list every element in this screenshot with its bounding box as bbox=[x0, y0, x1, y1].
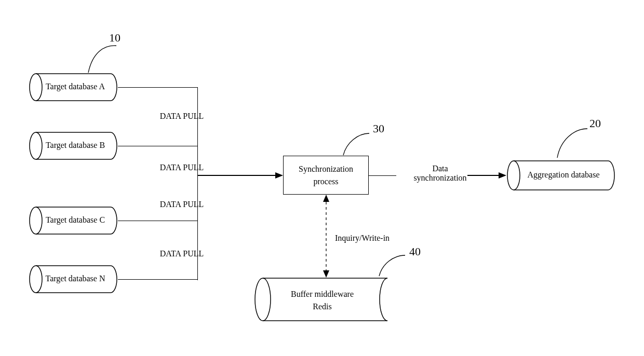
target-db-a bbox=[29, 73, 118, 102]
vertical-bus bbox=[197, 87, 198, 280]
buffer-middleware bbox=[253, 277, 396, 322]
aggregation-db bbox=[506, 160, 615, 191]
svg-marker-15 bbox=[499, 172, 506, 179]
line-db-n bbox=[118, 279, 197, 280]
line-db-a bbox=[118, 87, 197, 88]
sync-process-box: Synchronization process bbox=[283, 156, 369, 195]
data-pull-label-4: DATA PULL bbox=[156, 249, 208, 258]
data-pull-label-3: DATA PULL bbox=[156, 200, 208, 209]
svg-point-3 bbox=[30, 132, 42, 159]
ref-leader-40 bbox=[376, 249, 412, 279]
target-db-n bbox=[29, 265, 118, 294]
svg-point-0 bbox=[30, 74, 42, 101]
line-db-b bbox=[118, 146, 197, 146]
arrow-to-aggregation bbox=[467, 170, 506, 181]
arrow-sync-buffer bbox=[321, 195, 331, 278]
line-sync-out-left bbox=[369, 175, 396, 176]
svg-point-16 bbox=[507, 161, 520, 190]
data-sync-label: Data synchronization bbox=[405, 164, 475, 183]
ref-leader-20 bbox=[553, 119, 595, 161]
ref-leader-30 bbox=[340, 127, 377, 158]
target-db-c bbox=[29, 206, 118, 235]
target-db-b bbox=[29, 131, 118, 160]
ref-leader-10 bbox=[83, 35, 125, 77]
data-pull-label-1: DATA PULL bbox=[156, 112, 208, 121]
sync-process-label: Synchronization process bbox=[299, 163, 353, 187]
svg-point-22 bbox=[255, 278, 271, 321]
line-db-c bbox=[118, 221, 197, 221]
svg-point-6 bbox=[30, 207, 42, 234]
svg-marker-20 bbox=[323, 195, 329, 202]
diagram-canvas: 10 Target database A Target database B T… bbox=[0, 0, 644, 356]
inquiry-label: Inquiry/Write-in bbox=[291, 234, 418, 243]
svg-marker-13 bbox=[275, 172, 283, 179]
svg-point-9 bbox=[30, 266, 42, 293]
arrow-bus-to-sync bbox=[197, 170, 283, 181]
